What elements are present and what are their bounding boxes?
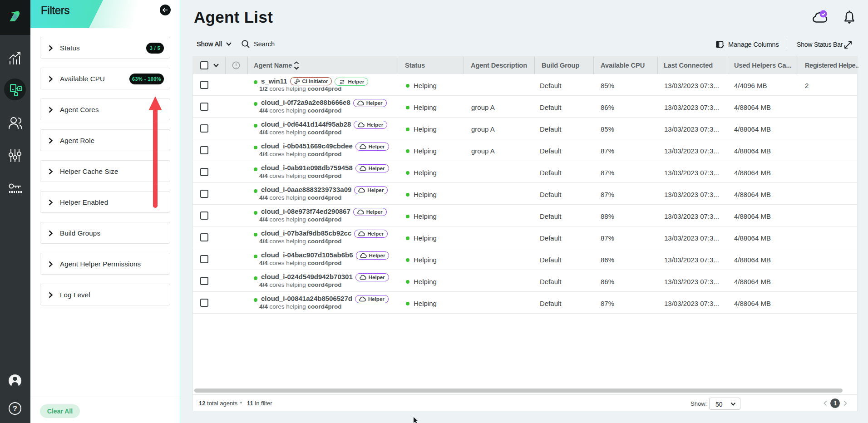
- svg-text:?: ?: [13, 405, 17, 413]
